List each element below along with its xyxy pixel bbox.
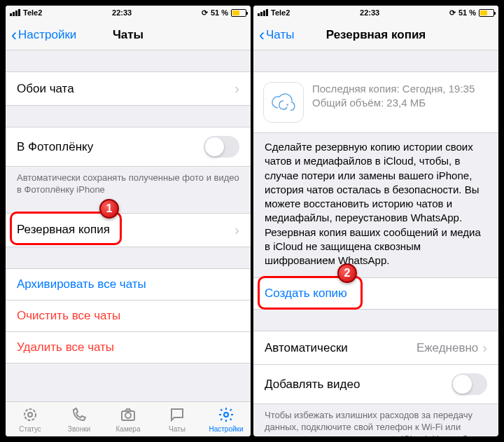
chevron-right-icon: ›: [482, 340, 487, 356]
cell-label: Архивировать все чаты: [17, 277, 146, 291]
nav-bar: ‹ Чаты Резервная копия: [253, 20, 498, 50]
tab-label: Чаты: [169, 425, 186, 433]
status-icon: [21, 406, 39, 424]
content: Последняя копия: Сегодня, 19:35 Общий об…: [253, 50, 498, 436]
cell-create-backup[interactable]: Создать копию: [253, 277, 498, 310]
battery-icon: [231, 9, 246, 17]
cell-archive-all[interactable]: Архивировать все чаты: [6, 268, 251, 301]
tab-bar: Статус Звонки Камера Чаты Настройки: [6, 401, 251, 436]
gear-icon: [217, 406, 235, 424]
total-size-label: Общий объём: 23,4 МБ: [312, 96, 475, 110]
cell-clear-all[interactable]: Очистить все чаты: [6, 301, 251, 332]
cell-delete-all[interactable]: Удалить все чаты: [6, 332, 251, 364]
back-label: Настройки: [18, 28, 76, 42]
clock: 22:33: [112, 8, 132, 17]
page-title: Чаты: [113, 28, 144, 42]
clock: 22:33: [360, 8, 379, 17]
cell-camera-roll[interactable]: В Фотоплёнку: [6, 127, 251, 167]
cell-label: Создать копию: [265, 286, 347, 301]
tab-calls[interactable]: Звонки: [55, 402, 104, 436]
tab-label: Камера: [116, 425, 141, 433]
cell-value: Ежедневно: [416, 341, 478, 355]
cell-include-video[interactable]: Добавлять видео: [253, 365, 498, 404]
cloud-backup-icon: [263, 82, 304, 123]
chevron-right-icon: ›: [234, 81, 239, 97]
cell-backup[interactable]: Резервная копия ›: [6, 213, 251, 247]
cell-label: Удалить все чаты: [17, 340, 114, 354]
cell-label: В Фотоплёнку: [17, 140, 93, 154]
last-backup-label: Последняя копия: Сегодня, 19:35: [312, 82, 475, 96]
tab-settings[interactable]: Настройки: [202, 402, 251, 436]
cell-label: Автоматически: [265, 341, 348, 355]
signal-icon: [258, 9, 268, 16]
status-bar: Tele2 22:33 ⟳ 51 %: [6, 6, 251, 20]
rotation-lock-icon: ⟳: [202, 8, 208, 18]
tab-label: Настройки: [209, 425, 243, 433]
status-bar: Tele2 22:33 ⟳ 51 %: [253, 6, 498, 20]
back-button[interactable]: ‹ Чаты: [253, 25, 294, 45]
backup-description: Сделайте резервную копию истории своих ч…: [253, 133, 498, 268]
nav-bar: ‹ Настройки Чаты: [6, 20, 251, 50]
include-video-switch[interactable]: [451, 373, 487, 395]
cell-label: Резервная копия: [17, 223, 110, 237]
cell-label: Обои чата: [17, 82, 74, 96]
annotation-badge-1: 1: [99, 199, 119, 219]
page-title: Резервная копия: [326, 28, 426, 42]
chevron-left-icon: ‹: [11, 25, 17, 45]
battery-percent: 51 %: [211, 8, 228, 17]
chat-icon: [168, 406, 186, 424]
battery-percent: 51 %: [458, 8, 476, 17]
svg-point-0: [24, 409, 36, 420]
battery-icon: [479, 9, 494, 17]
chevron-right-icon: ›: [234, 222, 239, 238]
carrier-label: Tele2: [23, 8, 42, 17]
cell-auto-backup[interactable]: Автоматически Ежедневно ›: [253, 331, 498, 365]
svg-point-1: [28, 413, 32, 417]
tab-status[interactable]: Статус: [6, 402, 55, 436]
backup-info-block: Последняя копия: Сегодня, 19:35 Общий об…: [253, 71, 498, 133]
rotation-lock-icon: ⟳: [449, 8, 456, 18]
svg-point-4: [224, 413, 228, 417]
cell-wallpaper[interactable]: Обои чата ›: [6, 71, 251, 106]
tab-label: Звонки: [68, 425, 90, 433]
tab-label: Статус: [19, 425, 41, 433]
phone-icon: [70, 406, 88, 424]
camera-roll-switch[interactable]: [204, 136, 239, 158]
chevron-left-icon: ‹: [259, 25, 265, 45]
svg-point-3: [125, 413, 131, 418]
tab-chats[interactable]: Чаты: [153, 402, 202, 436]
camera-icon: [119, 406, 137, 424]
carrier-label: Tele2: [271, 8, 290, 17]
signal-icon: [10, 9, 20, 16]
back-label: Чаты: [266, 28, 294, 42]
tab-camera[interactable]: Камера: [104, 402, 153, 436]
data-usage-footer: Чтобы избежать излишних расходов за пере…: [253, 404, 498, 436]
content: Обои чата › В Фотоплёнку Автоматически с…: [6, 50, 251, 401]
cell-label: Добавлять видео: [265, 378, 360, 392]
camera-roll-footer: Автоматически сохранять полученные фото …: [6, 167, 251, 202]
back-button[interactable]: ‹ Настройки: [6, 25, 76, 45]
cell-label: Очистить все чаты: [17, 309, 120, 323]
screen-chats: Tele2 22:33 ⟳ 51 % ‹ Настройки Чаты Обои…: [6, 6, 251, 436]
screen-backup: Tele2 22:33 ⟳ 51 % ‹ Чаты Резервная копи…: [253, 6, 498, 436]
